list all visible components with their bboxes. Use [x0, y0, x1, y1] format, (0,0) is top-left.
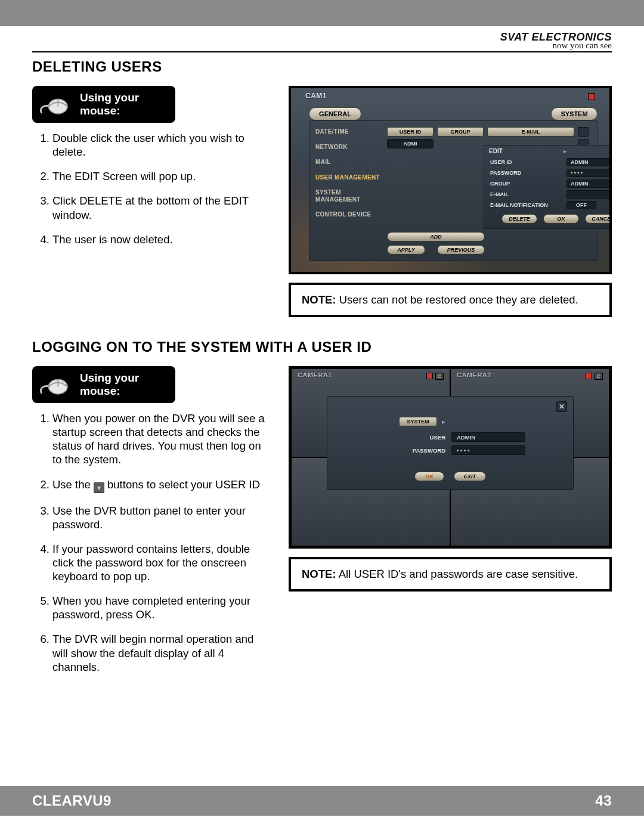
record-indicator-icon — [588, 93, 595, 100]
close-icon[interactable]: ✕ — [556, 401, 567, 412]
list-item: When you power on the DVR you will see a… — [52, 411, 271, 467]
col-group: GROUP — [437, 127, 484, 137]
note-box-1: NOTE: Users can not be restored once the… — [289, 283, 612, 317]
arrow-right-icon: ▸ — [442, 418, 445, 426]
list-item: Use the buttons to select your USER ID — [52, 478, 271, 493]
system-button[interactable]: SYSTEM — [399, 417, 437, 426]
list-item: The EDIT Screen will pop up. — [52, 169, 271, 183]
mouse-badge: Using your mouse: — [32, 86, 175, 123]
mouse-badge: Using your mouse: — [32, 366, 175, 403]
page-number: 43 — [595, 792, 612, 809]
tool-icon-1[interactable] — [578, 127, 589, 137]
login-steps-list: When you power on the DVR you will see a… — [32, 411, 271, 674]
step2-pre: Use the — [52, 478, 94, 491]
field-value-password[interactable] — [566, 169, 612, 177]
header-rule — [32, 51, 612, 52]
previous-button[interactable]: PREVIOUS — [437, 245, 485, 255]
add-button-2[interactable]: ADD — [387, 232, 485, 241]
field-label-password: PASSWORD — [399, 447, 445, 454]
mouse-icon — [38, 370, 72, 399]
ok-button[interactable]: OK — [414, 472, 444, 481]
camera-label: CAMERA1 — [298, 371, 332, 379]
tab-system[interactable]: SYSTEM — [551, 107, 597, 120]
camera-label: CAMERA2 — [457, 371, 491, 379]
dvr-login-screenshot: CAMERA1 C CAMERA2 C ✕ SYSTEM — [289, 366, 612, 549]
section-title-logging-on: LOGGING ON TO THE SYSTEM WITH A USER ID — [32, 339, 612, 355]
field-label-password: PASSWORD — [490, 170, 562, 176]
badge-icon: C — [435, 373, 444, 380]
arrow-right-icon: ▸ — [564, 148, 566, 154]
note-box-2: NOTE: All USER ID's and passwords are ca… — [289, 557, 612, 592]
exit-button[interactable]: EXIT — [454, 472, 486, 481]
system-panel: DATE/TIME NETWORK MAIL USER MANAGEMENT S… — [309, 120, 597, 261]
page-footer: CLEARVU9 43 — [0, 786, 644, 816]
field-label-userid: USER ID — [490, 159, 562, 165]
field-value-user[interactable]: ADMIN — [451, 432, 525, 442]
list-item: Click DELETE at the bottom of the EDIT w… — [52, 194, 271, 221]
field-value-password[interactable]: • • • • — [451, 445, 525, 455]
field-label-group: GROUP — [490, 181, 562, 187]
field-value-email-notif[interactable]: OFF — [566, 201, 596, 209]
apply-button[interactable]: APPLY — [387, 245, 425, 255]
col-userid: USER ID — [387, 127, 434, 137]
deleting-steps-list: Double click the user which you wish to … — [32, 131, 271, 246]
list-item: Double click the user which you wish to … — [52, 131, 271, 159]
product-name: CLEARVU9 — [32, 792, 112, 809]
list-item: If your password contains letters, doubl… — [52, 542, 271, 583]
record-indicator-icon — [426, 373, 433, 379]
login-panel: ✕ SYSTEM ▸ USER ADMIN PASSWORD • • • • — [327, 396, 574, 490]
sidebar-item-mail[interactable]: MAIL — [315, 159, 381, 166]
sidebar-item-datetime[interactable]: DATE/TIME — [315, 128, 381, 135]
note-label: NOTE: — [302, 293, 336, 306]
list-item: The user is now deleted. — [52, 233, 271, 246]
field-value-userid[interactable]: ADMIN — [566, 158, 612, 166]
field-label-email-notif: E-MAIL NOTIFICATION — [490, 202, 562, 208]
top-gray-bar — [0, 0, 644, 26]
ok-button[interactable]: OK — [543, 214, 579, 224]
list-item: When you have completed entering your pa… — [52, 594, 271, 621]
side-menu: DATE/TIME NETWORK MAIL USER MANAGEMENT S… — [315, 128, 381, 227]
cancel-button[interactable]: CANCEL — [585, 214, 612, 224]
tab-general[interactable]: GENERAL — [309, 107, 361, 120]
edit-popup: EDIT ▸ ✕ USER IDADMIN PASSWORD GROUPADMI… — [484, 145, 612, 229]
note-label: NOTE: — [302, 568, 336, 580]
user-table: USER ID GROUP E-MAIL ADMI — [387, 127, 589, 148]
note-text: All USER ID's and passwords are case sen… — [339, 568, 578, 580]
mouse-badge-text: Using your mouse: — [80, 91, 167, 117]
sidebar-item-control-device[interactable]: CONTROL DEVICE — [315, 211, 381, 218]
note-text: Users can not be restored once they are … — [339, 293, 578, 306]
section-title-deleting-users: DELETING USERS — [32, 58, 612, 75]
list-item: The DVR will begin normal operation and … — [52, 632, 271, 673]
mouse-badge-text: Using your mouse: — [80, 371, 167, 398]
col-email: E-MAIL — [487, 127, 574, 137]
step2-post: buttons to select your USER ID — [104, 478, 260, 491]
sidebar-item-network[interactable]: NETWORK — [315, 144, 381, 151]
record-indicator-icon — [586, 373, 592, 379]
up-down-icon — [94, 482, 104, 493]
delete-button[interactable]: DELETE — [501, 214, 537, 224]
mouse-icon — [38, 90, 72, 119]
dvr-user-mgmt-screenshot: CAM1 GENERAL SYSTEM DATE/TIME NETWORK MA… — [289, 86, 612, 274]
edit-popup-title: EDIT — [489, 148, 503, 154]
field-label-email: E-MAIL — [490, 191, 562, 197]
badge-icon: C — [595, 373, 603, 380]
list-item: Use the DVR button panel to enter your p… — [52, 504, 271, 531]
field-label-user: USER — [399, 434, 445, 441]
camera-label: CAM1 — [305, 92, 327, 100]
field-value-email[interactable] — [566, 190, 612, 199]
cell-userid[interactable]: ADMI — [387, 139, 434, 148]
field-value-group[interactable]: ADMIN — [566, 179, 612, 188]
sidebar-item-system-management[interactable]: SYSTEM MANAGEMENT — [315, 189, 381, 203]
brand-row: SVAT ELECTRONICS now you can see — [32, 26, 612, 50]
sidebar-item-user-management[interactable]: USER MANAGEMENT — [315, 174, 381, 181]
